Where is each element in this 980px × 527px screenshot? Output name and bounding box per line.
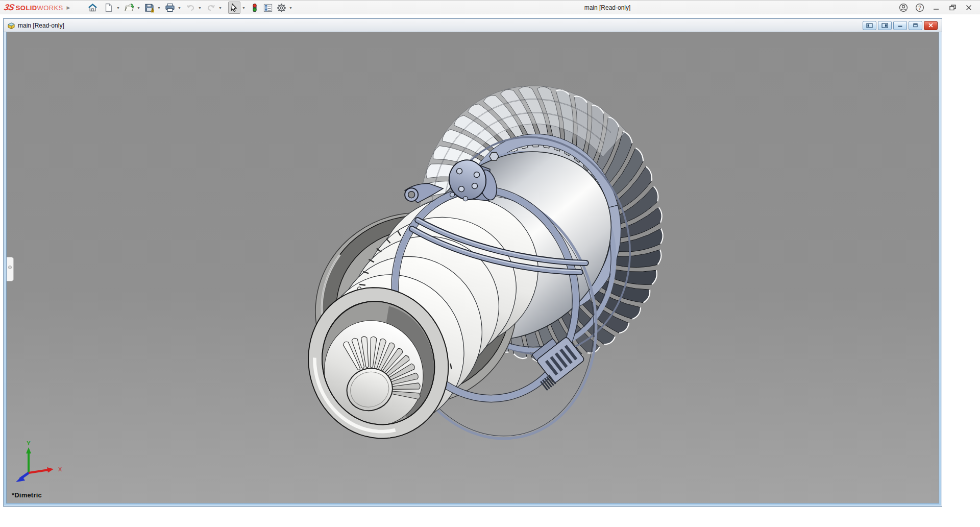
document-title: main [Read-only] <box>18 22 64 29</box>
assembly-document-icon <box>7 21 15 30</box>
close-button[interactable] <box>961 1 977 14</box>
brand-solid-text: SOLID <box>16 4 37 12</box>
doc-restore-icon <box>913 23 918 28</box>
quick-access-toolbar: ▼ ▼ ! ▼ ▼ <box>86 1 295 14</box>
new-document-button[interactable] <box>103 2 115 14</box>
redo-icon <box>206 4 216 12</box>
redo-dropdown[interactable]: ▼ <box>217 2 223 14</box>
options-gear-icon <box>277 3 286 13</box>
home-icon <box>88 3 97 12</box>
app-title: main [Read-only] <box>584 1 631 15</box>
document-window-controls <box>863 21 939 30</box>
jet-engine-model[interactable] <box>7 32 939 503</box>
pane-left-button[interactable] <box>863 21 876 30</box>
save-button[interactable]: ! <box>143 2 156 14</box>
reference-triad: Y X <box>11 413 77 484</box>
toolbar-expander-arrow[interactable]: ▶ <box>65 4 71 12</box>
triad-x-label: X <box>58 466 62 472</box>
options-button[interactable] <box>275 2 287 14</box>
options-dropdown[interactable]: ▼ <box>288 2 293 14</box>
help-button[interactable]: ? <box>912 1 928 14</box>
solidworks-logo: 3S SOLID WORKS <box>4 2 63 13</box>
select-arrow-icon <box>230 3 238 12</box>
svg-text:!: ! <box>152 9 153 12</box>
graphics-viewport[interactable]: Y X *Dimetric <box>6 32 939 504</box>
app-window-controls: ? <box>895 1 977 15</box>
flyout-tab-dot <box>8 266 12 269</box>
account-icon <box>899 3 908 12</box>
app-titlebar: 3S SOLID WORKS ▶ ▼ ▼ <box>0 0 980 14</box>
file-properties-icon <box>263 4 273 12</box>
doc-minimize-icon <box>897 23 903 28</box>
save-dropdown[interactable]: ▼ <box>156 2 162 14</box>
minimize-icon <box>933 4 940 11</box>
help-icon: ? <box>915 3 924 12</box>
select-tool-dropdown[interactable]: ▼ <box>241 2 247 14</box>
rebuild-traffic-light-icon <box>252 3 258 13</box>
print-button[interactable] <box>164 2 176 14</box>
print-dropdown[interactable]: ▼ <box>177 2 182 14</box>
open-button[interactable] <box>123 2 135 14</box>
triad-y-label: Y <box>27 440 31 446</box>
undo-icon <box>186 4 195 12</box>
doc-close-icon <box>928 23 934 28</box>
triad-x-arrowhead <box>47 467 54 473</box>
minimize-button[interactable] <box>928 1 944 14</box>
rebuild-button[interactable] <box>249 2 261 14</box>
document-titlebar[interactable]: main [Read-only] <box>4 19 942 32</box>
brand-works-text: WORKS <box>37 4 63 12</box>
restore-button[interactable] <box>944 1 961 14</box>
select-tool-button[interactable] <box>228 2 240 14</box>
solidworks-3s-glyph: 3S <box>3 3 15 13</box>
doc-restore-button[interactable] <box>909 21 922 30</box>
account-button[interactable] <box>895 1 912 14</box>
close-icon <box>965 4 972 11</box>
triad-y-arrowhead <box>26 447 31 453</box>
home-button[interactable] <box>86 2 99 14</box>
redo-button[interactable] <box>205 2 217 14</box>
new-document-dropdown[interactable]: ▼ <box>115 2 121 14</box>
save-icon: ! <box>144 3 155 13</box>
pane-right-icon <box>881 23 888 28</box>
featuremanager-flyout-tab[interactable] <box>7 257 14 281</box>
pane-left-icon <box>866 23 873 28</box>
svg-text:?: ? <box>918 5 921 11</box>
file-properties-button[interactable] <box>262 2 274 14</box>
doc-close-button[interactable] <box>924 21 938 30</box>
undo-dropdown[interactable]: ▼ <box>197 2 203 14</box>
status-bar <box>0 507 980 527</box>
print-icon <box>165 3 175 12</box>
undo-button[interactable] <box>184 2 197 14</box>
open-dropdown[interactable]: ▼ <box>136 2 141 14</box>
document-window: main [Read-only] <box>3 18 942 507</box>
doc-minimize-button[interactable] <box>893 21 907 30</box>
restore-icon <box>949 4 957 11</box>
view-orientation-label: *Dimetric <box>12 491 42 499</box>
pane-right-button[interactable] <box>878 21 892 30</box>
new-document-icon <box>105 3 113 12</box>
open-folder-icon <box>124 3 135 12</box>
